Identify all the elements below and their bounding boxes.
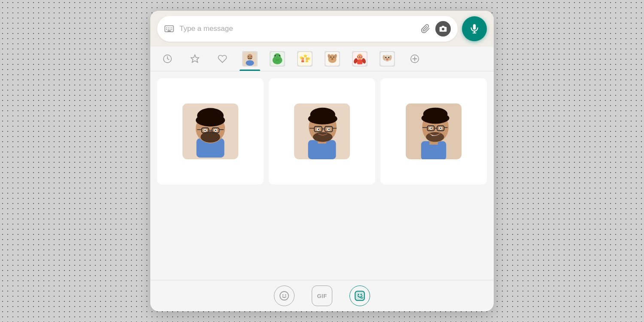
svg-point-94 bbox=[328, 129, 330, 130]
sticker-button[interactable] bbox=[349, 286, 370, 306]
svg-point-111 bbox=[280, 292, 289, 300]
svg-point-100 bbox=[422, 112, 450, 124]
svg-point-117 bbox=[361, 294, 362, 295]
svg-rect-9 bbox=[167, 30, 171, 31]
svg-point-78 bbox=[215, 130, 216, 131]
tab-frog-pack[interactable] bbox=[264, 47, 291, 71]
svg-rect-1 bbox=[166, 27, 167, 28]
svg-point-77 bbox=[204, 130, 206, 131]
camera-button[interactable] bbox=[435, 21, 451, 36]
svg-rect-47 bbox=[357, 60, 363, 64]
keyboard-icon[interactable] bbox=[164, 24, 174, 34]
svg-point-60 bbox=[386, 59, 389, 60]
chat-panel: Type a message bbox=[150, 11, 494, 311]
heart-icon bbox=[218, 54, 227, 64]
svg-point-93 bbox=[318, 129, 319, 130]
sticker-item-3[interactable] bbox=[380, 78, 487, 185]
attachment-icon[interactable] bbox=[421, 24, 430, 33]
add-icon bbox=[410, 54, 419, 64]
svg-point-116 bbox=[358, 294, 359, 295]
sticker-grid bbox=[150, 71, 494, 280]
sticker-tabs: ⭐ ⭐ ⭐ bbox=[150, 47, 494, 71]
svg-point-20 bbox=[248, 56, 249, 57]
svg-point-109 bbox=[431, 128, 432, 129]
tab-recent[interactable] bbox=[154, 47, 181, 71]
svg-point-21 bbox=[251, 56, 252, 57]
tab-superhero-pack[interactable] bbox=[346, 47, 374, 71]
tab-dog-pack[interactable] bbox=[319, 47, 346, 71]
svg-point-112 bbox=[283, 295, 284, 296]
svg-rect-35 bbox=[301, 60, 304, 62]
gif-label: GIF bbox=[317, 293, 327, 299]
svg-rect-8 bbox=[171, 29, 172, 30]
sticker-item-1[interactable] bbox=[157, 78, 264, 185]
svg-point-110 bbox=[440, 128, 441, 129]
svg-rect-6 bbox=[168, 29, 169, 30]
svg-marker-15 bbox=[191, 55, 199, 62]
svg-point-18 bbox=[246, 60, 254, 66]
svg-point-84 bbox=[308, 113, 337, 125]
tab-liked[interactable] bbox=[209, 47, 236, 71]
svg-point-57 bbox=[385, 57, 386, 58]
svg-rect-114 bbox=[355, 291, 365, 301]
message-input-bar[interactable]: Type a message bbox=[157, 16, 458, 42]
recent-icon bbox=[163, 54, 172, 64]
svg-point-42 bbox=[331, 57, 331, 58]
frog-pack-thumb bbox=[270, 51, 285, 67]
svg-rect-7 bbox=[170, 29, 170, 30]
svg-point-43 bbox=[333, 57, 334, 58]
svg-point-50 bbox=[360, 56, 361, 58]
svg-point-101 bbox=[426, 132, 444, 142]
emoji-button[interactable] bbox=[274, 286, 295, 306]
svg-rect-5 bbox=[166, 29, 167, 30]
mic-button[interactable] bbox=[462, 16, 487, 41]
dog-pack-thumb bbox=[325, 51, 340, 67]
svg-rect-3 bbox=[170, 27, 170, 28]
tab-starred[interactable] bbox=[181, 47, 209, 71]
svg-point-49 bbox=[358, 56, 359, 58]
bottom-bar: GIF bbox=[150, 280, 494, 311]
tab-girls-pack[interactable]: ⭐ ⭐ ⭐ bbox=[291, 47, 319, 71]
svg-point-34 bbox=[306, 58, 308, 60]
input-bar-wrapper: Type a message bbox=[150, 11, 494, 47]
gif-button[interactable]: GIF bbox=[312, 286, 332, 306]
svg-point-113 bbox=[285, 295, 286, 296]
tab-puppy-pack[interactable] bbox=[374, 47, 401, 71]
svg-rect-36 bbox=[306, 60, 308, 62]
svg-point-58 bbox=[388, 57, 389, 58]
svg-point-85 bbox=[313, 132, 333, 142]
message-placeholder[interactable]: Type a message bbox=[179, 24, 416, 33]
sticker-item-2[interactable] bbox=[269, 78, 375, 185]
superhero-pack-thumb bbox=[352, 51, 368, 67]
svg-point-27 bbox=[275, 55, 276, 56]
svg-point-33 bbox=[301, 58, 304, 60]
tab-person-pack[interactable] bbox=[236, 47, 264, 71]
svg-rect-2 bbox=[168, 27, 169, 28]
tab-add-pack[interactable] bbox=[401, 47, 428, 71]
svg-rect-4 bbox=[171, 27, 172, 28]
svg-point-68 bbox=[196, 114, 225, 126]
puppy-pack-thumb bbox=[380, 51, 395, 67]
svg-point-10 bbox=[442, 28, 444, 30]
star-icon bbox=[190, 54, 200, 64]
svg-point-44 bbox=[331, 58, 334, 59]
svg-point-28 bbox=[279, 55, 280, 56]
person-pack-thumb bbox=[242, 51, 258, 67]
girls-pack-thumb: ⭐ ⭐ ⭐ bbox=[297, 51, 313, 67]
svg-rect-11 bbox=[473, 24, 476, 30]
